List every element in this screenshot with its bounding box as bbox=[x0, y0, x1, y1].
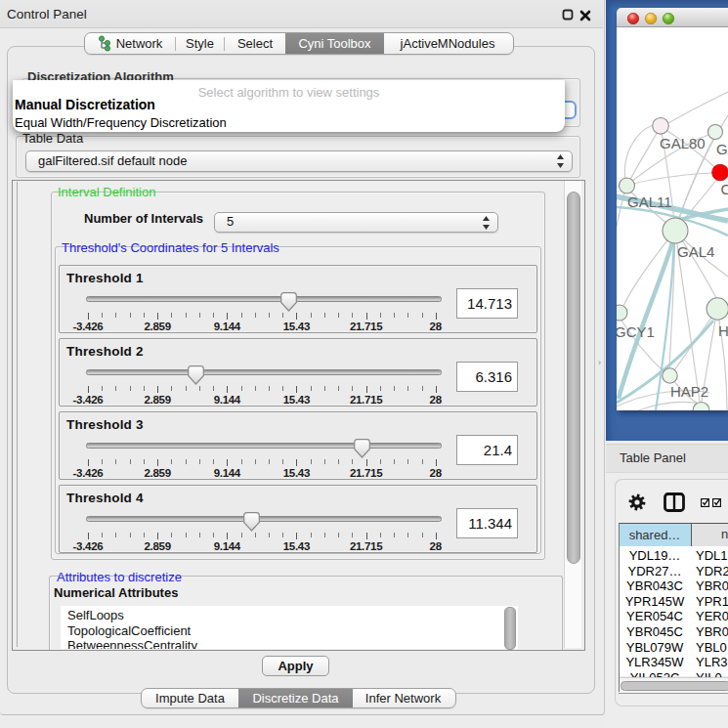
svg-text:C: C bbox=[721, 181, 728, 197]
svg-text:GAL11: GAL11 bbox=[627, 193, 672, 210]
svg-text:GCY1: GCY1 bbox=[617, 323, 655, 340]
svg-text:HAP2: HAP2 bbox=[670, 383, 708, 400]
svg-text:GAL4: GAL4 bbox=[677, 243, 714, 260]
svg-text:GA: GA bbox=[716, 141, 728, 157]
svg-text:H: H bbox=[718, 322, 728, 339]
svg-text:GAL80: GAL80 bbox=[660, 135, 706, 151]
